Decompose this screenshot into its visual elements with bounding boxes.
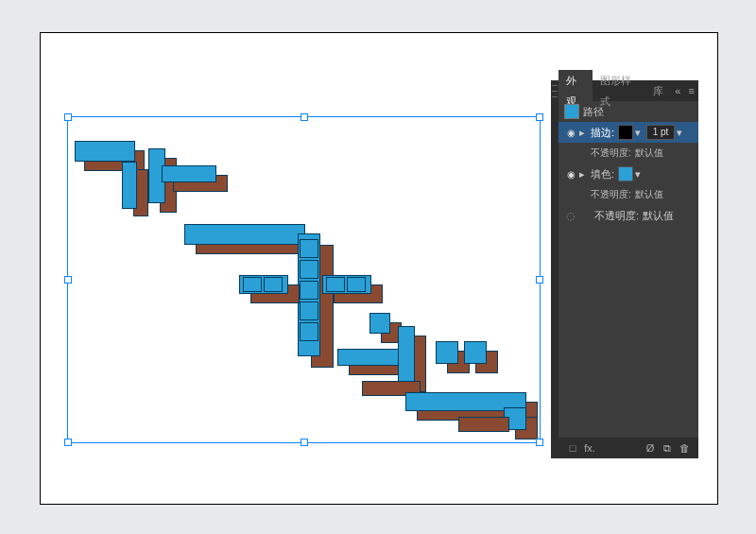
delete-item-button[interactable]: 🗑 <box>676 442 693 454</box>
resize-handle-br[interactable] <box>536 439 543 446</box>
stroke-opacity-label: 不透明度: <box>591 146 631 160</box>
resize-handle-bl[interactable] <box>64 439 72 446</box>
visibility-toggle-icon[interactable]: ◉ <box>564 128 577 138</box>
fill-label: 填色: <box>591 167 614 181</box>
object-opacity-label: 不透明度: <box>594 209 639 223</box>
duplicate-item-button[interactable]: ⧉ <box>659 442 676 455</box>
fill-expand-icon[interactable]: ▸ <box>577 168 587 181</box>
fill-color-swatch[interactable] <box>618 166 633 181</box>
selection-bounding-box[interactable] <box>67 116 541 443</box>
stroke-weight-input[interactable]: 1 pt <box>646 125 675 140</box>
fill-opacity-row[interactable]: 不透明度: 默认值 <box>558 184 698 205</box>
stroke-color-swatch[interactable] <box>618 125 633 140</box>
fill-color-dropdown-icon[interactable]: ▾ <box>633 168 643 181</box>
add-effect-button[interactable]: fx. <box>581 442 598 454</box>
clear-appearance-button[interactable]: Ø <box>642 442 659 454</box>
link-icon: ◌ <box>564 210 577 222</box>
object-opacity-value: 默认值 <box>643 209 674 223</box>
fill-opacity-label: 不透明度: <box>591 188 631 201</box>
resize-handle-mr[interactable] <box>536 276 543 284</box>
panel-collapse-button[interactable]: « <box>671 85 685 96</box>
panel-tabs: 外观 图形样式 库 « ≡ <box>558 80 698 101</box>
visibility-toggle-icon[interactable]: ◉ <box>564 169 577 180</box>
object-opacity-row[interactable]: ◌ 不透明度: 默认值 <box>558 205 698 226</box>
resize-handle-tm[interactable] <box>301 113 308 121</box>
stroke-opacity-value: 默认值 <box>635 146 663 160</box>
fill-opacity-value: 默认值 <box>635 188 663 201</box>
tab-library[interactable]: 库 <box>645 80 671 101</box>
resize-handle-tr[interactable] <box>536 113 543 121</box>
panel-dock-grip[interactable] <box>551 80 558 458</box>
stroke-opacity-row[interactable]: 不透明度: 默认值 <box>558 143 698 164</box>
resize-handle-tl[interactable] <box>64 113 72 121</box>
target-thumbnail <box>564 104 579 119</box>
panel-options-button[interactable]: ≡ <box>684 85 698 96</box>
appearance-panel: 外观 图形样式 库 « ≡ 路径 ◉ ▸ 描边: ▾ 1 pt ▾ 不透明度: … <box>558 80 698 458</box>
panel-footer: □ fx. Ø ⧉ 🗑 <box>558 438 698 458</box>
stroke-expand-icon[interactable]: ▸ <box>577 127 587 139</box>
stroke-color-dropdown-icon[interactable]: ▾ <box>633 127 643 139</box>
stroke-weight-dropdown-icon[interactable]: ▾ <box>675 127 684 139</box>
target-label: 路径 <box>583 105 604 119</box>
new-art-basic-button[interactable]: □ <box>564 442 581 454</box>
resize-handle-ml[interactable] <box>64 276 72 284</box>
resize-handle-bm[interactable] <box>301 439 308 446</box>
stroke-label: 描边: <box>591 126 614 140</box>
document-window: 外观 图形样式 库 « ≡ 路径 ◉ ▸ 描边: ▾ 1 pt ▾ 不透明度: … <box>40 32 718 505</box>
stroke-row[interactable]: ◉ ▸ 描边: ▾ 1 pt ▾ <box>558 122 698 143</box>
fill-row[interactable]: ◉ ▸ 填色: ▾ <box>558 164 698 184</box>
